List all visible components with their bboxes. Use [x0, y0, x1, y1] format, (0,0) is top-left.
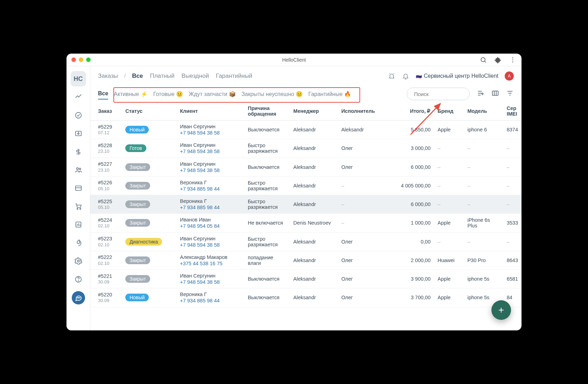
search-icon[interactable] [479, 56, 487, 64]
col-brand[interactable]: Бренд [434, 102, 464, 121]
nav-help[interactable] [71, 272, 86, 287]
nav-chat[interactable] [72, 291, 85, 304]
client-phone[interactable]: +7 948 594 38 58 [180, 242, 241, 248]
serial: – [503, 232, 522, 251]
nav-analytics[interactable] [71, 89, 86, 105]
brand: – [434, 176, 464, 195]
add-filter-button[interactable] [477, 89, 484, 98]
total: 2 000,00 [388, 251, 434, 269]
flag-icon: 🇷🇺 [416, 73, 422, 79]
breadcrumb-root[interactable]: Заказы [98, 73, 118, 80]
svg-point-4 [512, 61, 513, 62]
table-row[interactable]: #522723.10 Закрыт Иван Сергунин+7 948 59… [90, 158, 522, 176]
brand: Apple [434, 288, 464, 307]
table-row[interactable]: #522302.10 Диагностика Иван Сергунин+7 9… [90, 232, 522, 251]
fab-add-order[interactable]: + [491, 300, 511, 320]
client-phone[interactable]: +7 948 594 38 58 [180, 148, 241, 155]
col-model[interactable]: Модель [464, 102, 503, 121]
type-tab-onsite[interactable]: Выездной [182, 73, 209, 80]
col-order[interactable]: Заказ [90, 102, 122, 121]
model: – [464, 232, 503, 251]
filter-tab-active[interactable]: Активные ⚡ [114, 89, 147, 100]
table-row[interactable]: #522605.10 Закрыт Вероника Г+7 934 885 9… [90, 176, 522, 195]
client-name: Иван Сергунин [180, 273, 241, 279]
search-field[interactable] [407, 88, 470, 100]
topbar: Заказы / Все Платный Выездной Гарантийны… [90, 66, 522, 86]
svg-point-8 [76, 168, 78, 170]
client-name: Вероника Г [180, 179, 241, 186]
manager: Denis Neustroev [290, 214, 338, 232]
client-phone[interactable]: +7 934 885 98 44 [180, 297, 241, 304]
minimize-window-icon[interactable] [79, 57, 83, 62]
filter-tab-failed[interactable]: Закрыты неуспешно 😐 [241, 89, 303, 100]
client-phone[interactable]: +7 948 594 38 58 [180, 279, 241, 285]
status-badge: Новый [125, 126, 149, 133]
status-badge: Закрыт [125, 275, 150, 283]
svg-rect-31 [492, 91, 498, 96]
table-row[interactable]: #522130.09 Закрыт Иван Сергунин+7 948 59… [90, 270, 522, 288]
nav-clients[interactable] [71, 162, 86, 178]
nav-settings[interactable] [71, 253, 86, 269]
col-assignee[interactable]: Исполнитель [338, 102, 388, 121]
nav-inbox[interactable] [71, 126, 86, 141]
bell-icon[interactable] [402, 72, 410, 80]
type-tab-warranty[interactable]: Гарантийный [216, 73, 252, 80]
serial: – [503, 158, 522, 176]
manager: Aleksandr [290, 288, 338, 307]
assignee: Олег [338, 232, 388, 251]
client-phone[interactable]: +7 948 594 38 58 [180, 167, 241, 173]
client-phone[interactable]: +375 44 538 16 75 [180, 260, 241, 267]
app-logo[interactable]: HC [71, 71, 86, 87]
table-row[interactable]: #522907.12 Новый Иван Сергунин+7 948 594… [90, 121, 522, 139]
col-serial[interactable]: Сер IMEI [503, 102, 522, 121]
table-row[interactable]: #522505.10 Закрыт Вероника Г+7 934 885 9… [90, 195, 522, 214]
filter-button[interactable] [506, 89, 514, 98]
client-name: Вероника Г [180, 291, 241, 297]
search-input[interactable] [414, 91, 481, 97]
orders-table-wrap: Заказ Статус Клиент Причина обращения Ме… [90, 102, 522, 330]
manager: Aleksandr [290, 232, 338, 251]
nav-tasks[interactable] [71, 108, 86, 123]
maximize-window-icon[interactable] [86, 57, 91, 62]
col-reason[interactable]: Причина обращения [244, 102, 290, 121]
col-total[interactable]: Итого, ₽ [388, 102, 434, 121]
filter-tab-waiting-parts[interactable]: Ждут запчасти 📦 [189, 89, 236, 100]
status-badge: Новый [125, 294, 149, 301]
close-window-icon[interactable] [71, 57, 76, 62]
filter-tab-warranty[interactable]: Гарантийные 🔥 [308, 89, 351, 100]
nav-reports[interactable] [71, 217, 86, 232]
extension-icon[interactable] [494, 56, 502, 64]
order-date: 02.10 [98, 242, 118, 248]
client-phone[interactable]: +7 934 885 98 44 [180, 186, 241, 192]
manager: Aleksandr [290, 121, 338, 139]
type-tab-all[interactable]: Все [132, 73, 143, 80]
type-tab-paid[interactable]: Платный [150, 73, 174, 80]
nav-inventory[interactable] [71, 180, 86, 196]
columns-button[interactable] [491, 89, 499, 98]
total: 4 005 000,00 [388, 176, 434, 195]
orders-table: Заказ Статус Клиент Причина обращения Ме… [90, 102, 522, 307]
nav-finance[interactable] [71, 144, 86, 159]
nav-hot[interactable] [71, 235, 86, 251]
nav-shop[interactable] [71, 199, 86, 214]
bell-alert-icon[interactable] [388, 72, 396, 80]
filter-tab-all[interactable]: Все [98, 88, 108, 100]
svg-point-18 [77, 260, 79, 262]
filter-tab-ready[interactable]: Готовые 😐 [153, 89, 183, 100]
col-status[interactable]: Статус [122, 102, 176, 121]
table-row[interactable]: #522030.09 Новый Вероника Г+7 934 885 98… [90, 288, 522, 307]
table-row[interactable]: #522402.10 Закрыт Иванов Иван+7 948 954 … [90, 214, 522, 232]
kebab-menu-icon[interactable] [509, 56, 517, 64]
center-selector[interactable]: 🇷🇺 Сервисный центр HelloClient [416, 73, 498, 79]
table-row[interactable]: #522823.10 Готов Иван Сергунин+7 948 594… [90, 139, 522, 158]
brand: – [434, 195, 464, 214]
col-client[interactable]: Клиент [176, 102, 244, 121]
table-row[interactable]: #522202.10 Закрыт Александр Макаров+375 … [90, 251, 522, 269]
order-date: 07.12 [98, 130, 118, 136]
client-phone[interactable]: +7 948 954 05 84 [180, 223, 241, 229]
col-manager[interactable]: Менеджер [290, 102, 338, 121]
svg-point-5 [75, 112, 81, 118]
client-phone[interactable]: +7 948 594 38 58 [180, 130, 241, 136]
client-phone[interactable]: +7 934 885 98 44 [180, 204, 241, 211]
avatar[interactable]: A [505, 71, 514, 81]
